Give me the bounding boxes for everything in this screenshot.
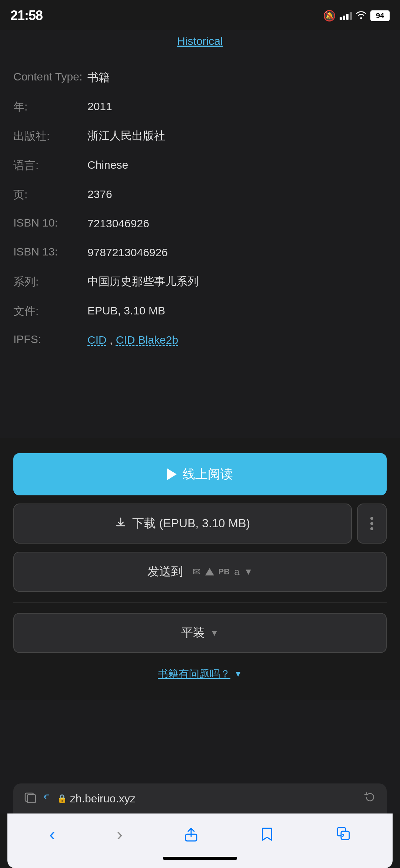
report-chevron-icon: ▼ [234, 669, 242, 679]
pocket-book-icon: PB [219, 567, 230, 577]
pages-label: 页: [13, 187, 87, 202]
status-bar: 21:58 🔕 94 [0, 0, 400, 30]
back-button-browser[interactable] [41, 792, 52, 805]
forward-button[interactable]: › [109, 820, 130, 848]
send-to-icons: ✉ PB a ▼ [193, 566, 253, 578]
tabs-nav-icon: 2 [336, 826, 351, 842]
lock-icon: 🔒 [57, 794, 67, 803]
read-online-button[interactable]: 线上阅读 [13, 453, 387, 495]
table-row: 文件: EPUB, 3.10 MB [13, 296, 387, 326]
download-icon [115, 517, 126, 531]
signal-icon [340, 11, 352, 20]
ipfs-cid-blake2b-link[interactable]: CID Blake2b [116, 334, 178, 346]
info-table: Content Type: 书籍 年: 2011 出版社: 浙江人民出版社 语言… [13, 56, 387, 354]
send-to-label: 发送到 [147, 564, 183, 580]
table-row: 出版社: 浙江人民出版社 [13, 121, 387, 151]
send-to-button[interactable]: 发送到 ✉ PB a ▼ [13, 552, 387, 592]
series-value: 中国历史那些事儿系列 [87, 274, 387, 289]
buttons-area: 线上阅读 下载 (EPUB, 3.10 MB) 发送到 ✉ PB a ▼ [0, 438, 400, 700]
url-text-row[interactable]: 🔒 zh.beiruo.xyz [57, 792, 359, 805]
bookmarks-button[interactable] [252, 822, 282, 846]
three-dots-icon [370, 517, 373, 530]
reload-icon[interactable] [364, 792, 376, 805]
year-label: 年: [13, 99, 87, 115]
paperback-label: 平装 [181, 625, 205, 641]
email-icon: ✉ [193, 566, 201, 578]
content-type-value: 书籍 [87, 70, 387, 85]
isbn13-value: 9787213046926 [87, 245, 387, 260]
series-label: 系列: [13, 274, 87, 290]
home-indicator-area [7, 852, 393, 868]
report-link-row: 书籍有问题吗？ ▼ [13, 661, 387, 692]
browser-bar: 🔒 zh.beiruo.xyz [13, 783, 387, 813]
amazon-icon: a [234, 566, 239, 578]
download-label: 下载 (EPUB, 3.10 MB) [132, 515, 250, 532]
nav-bar: ‹ › 2 [7, 813, 393, 852]
file-value: EPUB, 3.10 MB [87, 303, 387, 319]
isbn13-label: ISBN 13: [13, 245, 87, 258]
ipfs-value: CID , CID Blake2b [87, 332, 387, 348]
forward-icon: › [117, 824, 123, 844]
ipfs-cid-link[interactable]: CID [87, 334, 107, 346]
table-row: IPFS: CID , CID Blake2b [13, 326, 387, 354]
paperback-button[interactable]: 平装 ▼ [13, 613, 387, 653]
status-time: 21:58 [10, 8, 43, 23]
language-value: Chinese [87, 157, 387, 173]
books-icon [260, 826, 274, 842]
year-value: 2011 [87, 99, 387, 114]
historical-link[interactable]: Historical [177, 35, 223, 47]
table-row: Content Type: 书籍 [13, 63, 387, 92]
ipfs-separator: , [110, 334, 116, 346]
send-to-chevron-icon: ▼ [244, 567, 253, 577]
report-issue-link[interactable]: 书籍有问题吗？ [158, 667, 230, 681]
more-options-button[interactable] [357, 504, 387, 544]
content-area: Historical Content Type: 书籍 年: 2011 出版社:… [0, 30, 400, 438]
back-button[interactable]: ‹ [42, 820, 63, 848]
language-label: 语言: [13, 157, 87, 173]
pages-value: 2376 [87, 187, 387, 202]
tabs-icon[interactable] [24, 792, 36, 805]
share-icon [184, 826, 198, 842]
ipfs-label: IPFS: [13, 332, 87, 346]
publisher-value: 浙江人民出版社 [87, 128, 387, 143]
isbn10-label: ISBN 10: [13, 216, 87, 229]
back-icon: ‹ [49, 824, 55, 844]
url-bar: 🔒 zh.beiruo.xyz [24, 792, 376, 805]
paperback-chevron-icon: ▼ [210, 628, 219, 638]
url-text: zh.beiruo.xyz [70, 792, 136, 805]
table-row: ISBN 10: 7213046926 [13, 209, 387, 238]
play-icon [167, 468, 177, 480]
table-row: 年: 2011 [13, 92, 387, 121]
content-type-label: Content Type: [13, 70, 87, 83]
table-row: 系列: 中国历史那些事儿系列 [13, 267, 387, 296]
table-row: ISBN 13: 9787213046926 [13, 238, 387, 267]
battery-indicator: 94 [370, 10, 390, 21]
divider [13, 602, 387, 603]
home-indicator [163, 857, 237, 860]
svg-text:2: 2 [342, 833, 344, 838]
drive-icon [205, 568, 214, 575]
download-button[interactable]: 下载 (EPUB, 3.10 MB) [13, 504, 352, 544]
read-online-label: 线上阅读 [183, 466, 233, 483]
file-label: 文件: [13, 303, 87, 319]
table-row: 页: 2376 [13, 180, 387, 209]
top-link-row: Historical [13, 30, 387, 56]
table-row: 语言: Chinese [13, 151, 387, 180]
spacer [0, 700, 400, 783]
isbn10-value: 7213046926 [87, 216, 387, 231]
download-row: 下载 (EPUB, 3.10 MB) [13, 504, 387, 544]
publisher-label: 出版社: [13, 128, 87, 144]
browser-container: 🔒 zh.beiruo.xyz [0, 783, 400, 813]
tabs-button[interactable]: 2 [329, 822, 358, 846]
wifi-icon [356, 10, 367, 22]
share-button[interactable] [177, 822, 206, 846]
svg-rect-1 [27, 795, 36, 803]
bell-muted-icon: 🔕 [323, 10, 336, 22]
status-icons: 🔕 94 [323, 10, 390, 22]
